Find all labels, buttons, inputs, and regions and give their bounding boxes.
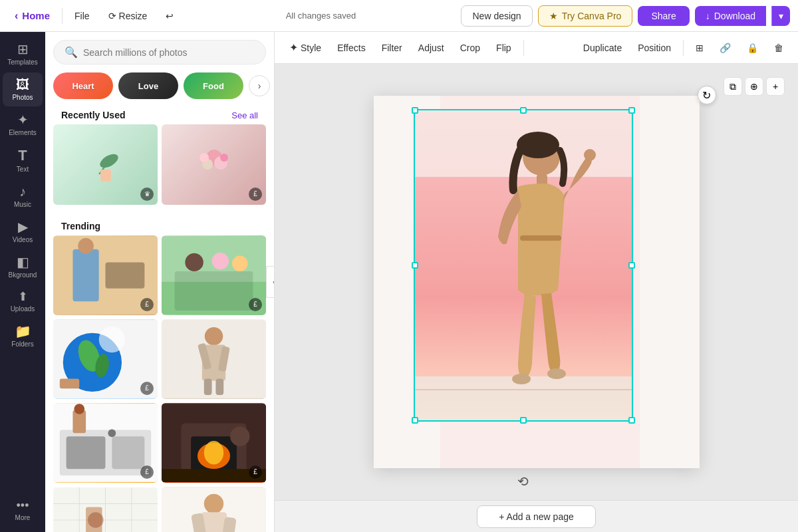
trending-photo-3[interactable]: £ <box>53 319 158 399</box>
sidebar-item-background[interactable]: ◧ Bkground <box>3 250 43 284</box>
style-button[interactable]: ✦ Style <box>283 37 328 58</box>
adjust-button[interactable]: Adjust <box>412 39 451 57</box>
collapse-panel-button[interactable]: ‹ <box>266 266 275 298</box>
toolbar-divider-1 <box>523 40 524 56</box>
sidebar-item-videos[interactable]: ▶ Videos <box>3 215 43 249</box>
trending-photo-7[interactable] <box>53 487 158 532</box>
recently-used-photo-2[interactable]: £ <box>162 124 266 205</box>
love-label: Love <box>138 81 158 91</box>
trending-photo-8[interactable] <box>162 487 266 532</box>
more-icon: ••• <box>17 499 29 511</box>
trending-photo-6[interactable]: £ <box>162 403 266 483</box>
trash-icon: 🗑 <box>774 43 783 53</box>
recently-used-photo-1[interactable]: ♛ <box>53 124 158 205</box>
trending-photo-2[interactable]: £ <box>162 235 266 315</box>
file-button[interactable]: File <box>68 7 96 25</box>
main-canvas-image <box>415 110 632 420</box>
position-button[interactable]: Position <box>631 39 678 57</box>
handle-bottom-middle[interactable] <box>520 417 527 424</box>
photos-label: Photos <box>12 94 33 101</box>
handle-top-middle[interactable] <box>520 107 527 114</box>
category-next-button[interactable]: › <box>249 75 270 96</box>
uploads-label: Uploads <box>11 305 35 313</box>
refresh-handle[interactable]: ⟲ <box>517 473 529 489</box>
handle-top-left[interactable] <box>412 107 418 114</box>
add-float-button[interactable]: + <box>766 77 785 96</box>
link-button[interactable]: 🔗 <box>713 39 737 57</box>
duplicate-button[interactable]: Duplicate <box>577 39 628 57</box>
grid-icon: ⊞ <box>696 43 704 53</box>
trending-badge-6: £ <box>249 466 262 479</box>
trending-badge-5: £ <box>140 466 154 479</box>
new-design-button[interactable]: New design <box>461 5 532 27</box>
flip-label: Flip <box>496 43 511 53</box>
add-page-button[interactable]: + Add a new page <box>477 505 596 528</box>
editor-area: ✦ Style Effects Filter Adjust Crop Flip … <box>275 32 798 532</box>
svg-rect-71 <box>520 235 561 241</box>
sidebar-item-more[interactable]: ••• More <box>3 494 43 527</box>
see-all-button[interactable]: See all <box>231 110 258 120</box>
trending-photo-5[interactable]: £ <box>53 403 158 483</box>
sidebar-item-elements[interactable]: ✦ Elements <box>3 108 43 142</box>
handle-top-right[interactable] <box>628 107 635 114</box>
trending-photo-1[interactable]: £ <box>53 235 158 315</box>
sidebar-item-photos[interactable]: 🖼 Photos <box>3 72 43 106</box>
recently-used-header: Recently Used See all <box>53 104 266 124</box>
style-icon: ✦ <box>289 41 298 54</box>
handle-bottom-right[interactable] <box>628 417 635 424</box>
category-love[interactable]: Love <box>118 72 178 99</box>
svg-point-55 <box>204 494 223 513</box>
selected-image-container[interactable] <box>414 109 633 422</box>
share-button[interactable]: Share <box>638 6 689 26</box>
main-area: ⊞ Templates 🖼 Photos ✦ Elements T Text ♪… <box>0 32 798 532</box>
svg-point-68 <box>584 149 596 161</box>
download-dropdown-button[interactable]: ▾ <box>771 6 790 26</box>
lock-button[interactable]: 🔒 <box>740 39 765 57</box>
more-label: More <box>15 514 31 521</box>
category-pills: Heart Love Food › <box>45 70 274 104</box>
resize-button[interactable]: ⟳ Resize <box>102 7 154 25</box>
rotate-handle[interactable]: ↻ <box>698 86 716 104</box>
copy-float-button[interactable]: ⊕ <box>745 77 763 96</box>
delete-button[interactable]: 🗑 <box>767 39 790 57</box>
svg-rect-30 <box>215 378 223 395</box>
photos-icon: 🖼 <box>16 78 29 91</box>
folders-icon: 📁 <box>15 325 31 338</box>
undo-button[interactable]: ↩ <box>159 7 180 25</box>
handle-middle-left[interactable] <box>412 262 418 269</box>
grid-button[interactable]: ⊞ <box>689 39 710 57</box>
category-heart[interactable]: Heart <box>53 72 113 99</box>
sidebar-item-text[interactable]: T Text <box>3 143 43 178</box>
link-icon: 🔗 <box>720 43 731 53</box>
sidebar-item-templates[interactable]: ⊞ Templates <box>3 37 43 71</box>
music-label: Music <box>14 201 31 208</box>
duplicate-float-button[interactable]: ⧉ <box>724 77 742 96</box>
canvas-area: ⧉ ⊕ + ↻ <box>275 64 798 532</box>
sidebar-item-uploads[interactable]: ⬆ Uploads <box>3 285 43 318</box>
filter-button[interactable]: Filter <box>375 39 409 57</box>
canvas-page: ⟲ <box>374 96 700 468</box>
try-pro-button[interactable]: ★ Try Canva Pro <box>538 5 633 27</box>
videos-label: Videos <box>13 236 33 243</box>
effects-button[interactable]: Effects <box>331 39 372 57</box>
search-input[interactable] <box>83 47 255 58</box>
home-button[interactable]: ‹ Home <box>8 6 57 26</box>
handle-bottom-left[interactable] <box>412 417 418 424</box>
svg-point-15 <box>232 255 248 271</box>
sidebar-item-folders[interactable]: 📁 Folders <box>3 319 43 353</box>
topbar-center: All changes saved <box>186 11 456 21</box>
trending-header: Trending <box>53 215 266 235</box>
sidebar-item-music[interactable]: ♪ Music <box>3 180 43 213</box>
text-label: Text <box>17 166 29 173</box>
home-label: Home <box>22 10 50 21</box>
crop-button[interactable]: Crop <box>454 39 487 57</box>
category-food[interactable]: Food <box>184 72 243 99</box>
svg-rect-17 <box>175 271 253 311</box>
flip-button[interactable]: Flip <box>489 39 518 57</box>
trending-photo-4[interactable] <box>162 319 266 399</box>
resize-icon: ⟳ <box>108 11 116 21</box>
download-button[interactable]: ↓ Download <box>695 6 766 26</box>
handle-middle-right[interactable] <box>628 262 635 269</box>
svg-rect-33 <box>66 436 106 469</box>
search-box[interactable]: 🔍 <box>53 40 266 65</box>
